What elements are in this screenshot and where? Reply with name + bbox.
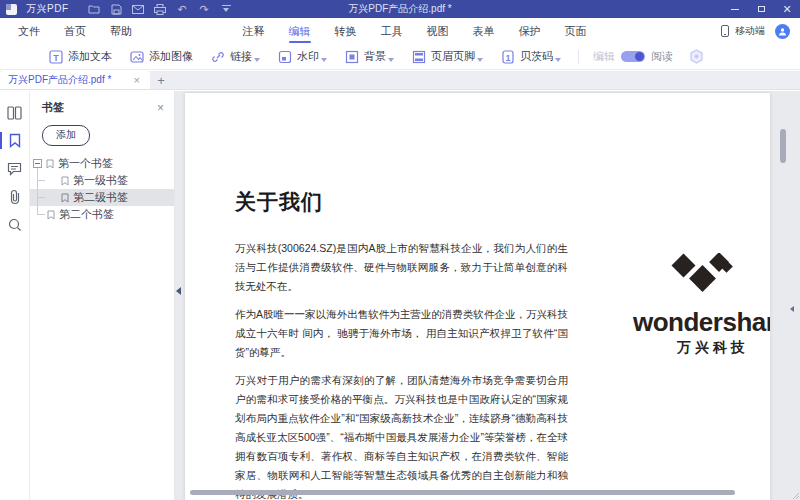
link-button[interactable]: 链接 — [202, 49, 269, 64]
toolbar-separator — [578, 50, 579, 64]
bookmark-item-selected[interactable]: 第二级书签 — [30, 189, 174, 206]
maximize-button[interactable] — [748, 0, 774, 18]
window-resize-grip[interactable] — [792, 492, 799, 499]
close-button[interactable]: ✕ — [774, 0, 800, 18]
search-icon[interactable] — [0, 216, 30, 233]
add-text-button[interactable]: T 添加文本 — [40, 49, 121, 64]
page-thumbnails-icon[interactable] — [0, 104, 30, 121]
document-heading: 关于我们 — [235, 188, 323, 216]
brand-name-cn: 万兴科技 — [677, 339, 770, 357]
menu-file[interactable]: 文件 — [6, 18, 52, 44]
document-tab[interactable]: 万兴PDF产品介绍.pdf * × — [0, 71, 150, 89]
bookmarks-icon[interactable] — [0, 132, 30, 149]
wondershare-w-mark-icon — [671, 253, 770, 305]
bookmark-item[interactable]: 第二个书签 — [30, 206, 174, 223]
expand-right-panel-handle[interactable] — [790, 306, 794, 312]
mobile-label[interactable]: 移动端 — [735, 24, 765, 38]
tab-close-icon[interactable]: × — [132, 74, 142, 86]
bookmark-mini-icon — [46, 159, 54, 169]
header-footer-icon — [412, 50, 426, 64]
document-body: 万兴科技(300624.SZ)是国内A股上市的智慧科技企业，我们为人们的生活与工… — [235, 239, 568, 500]
menu-home[interactable]: 首页 — [52, 18, 98, 44]
bates-number-button[interactable]: 1 贝茨码 — [492, 49, 570, 64]
menu-edit[interactable]: 编辑 — [277, 18, 323, 44]
background-button[interactable]: 背景 — [336, 49, 403, 64]
background-icon — [345, 50, 359, 64]
menu-convert[interactable]: 转换 — [323, 18, 369, 44]
titlebar: 万兴PDF ↶ ↷ 万兴PDF产品介绍.pdf * ✕ — [0, 0, 800, 18]
menu-tools[interactable]: 工具 — [369, 18, 415, 44]
paragraph: 万兴科技(300624.SZ)是国内A股上市的智慧科技企业，我们为人们的生活与工… — [235, 239, 568, 296]
save-icon[interactable] — [110, 3, 123, 16]
add-bookmark-button[interactable]: 添加 — [42, 125, 90, 146]
menubar: 文件 首页 帮助 注释 编辑 转换 工具 视图 表单 保护 页面 移动端 — [0, 18, 800, 44]
link-icon — [211, 50, 225, 64]
undo-icon[interactable]: ↶ — [176, 3, 189, 16]
document-viewport[interactable]: 关于我们 万兴科技(300624.SZ)是国内A股上市的智慧科技企业，我们为人们… — [175, 91, 800, 500]
open-file-icon[interactable] — [88, 3, 101, 16]
mobile-icon — [721, 25, 729, 37]
pdf-page[interactable]: 关于我们 万兴科技(300624.SZ)是国内A股上市的智慧科技企业，我们为人们… — [185, 93, 770, 500]
header-footer-dropdown-icon[interactable] — [477, 58, 483, 62]
bookmark-tree: 第一个书签 第一级书签 第二级书签 — [30, 155, 174, 223]
new-tab-button[interactable]: + — [150, 71, 172, 89]
bookmark-item[interactable]: 第一级书签 — [30, 172, 174, 189]
menu-comment[interactable]: 注释 — [231, 18, 277, 44]
add-text-icon: T — [49, 50, 63, 64]
settings-hexagon-icon[interactable] — [689, 49, 704, 64]
watermark-icon — [278, 50, 292, 64]
vertical-scrollbar[interactable] — [780, 129, 786, 163]
bates-dropdown-icon[interactable] — [555, 58, 561, 62]
add-image-button[interactable]: 添加图像 — [121, 49, 202, 64]
menu-help[interactable]: 帮助 — [98, 18, 144, 44]
watermark-dropdown-icon[interactable] — [321, 58, 327, 62]
wondershare-logo: wondershare 万兴科技 — [633, 253, 770, 357]
brand-name-en: wondershare — [633, 307, 770, 338]
comments-icon[interactable] — [0, 160, 30, 177]
bookmark-item[interactable]: 第一个书签 — [30, 155, 174, 172]
background-dropdown-icon[interactable] — [388, 58, 394, 62]
menu-protect[interactable]: 保护 — [507, 18, 553, 44]
edit-read-toggle[interactable] — [621, 51, 645, 62]
link-dropdown-icon[interactable] — [254, 58, 260, 62]
svg-text:T: T — [53, 52, 59, 62]
tree-guide-line — [37, 168, 38, 215]
bookmarks-panel-close-icon[interactable]: × — [157, 101, 164, 115]
mode-edit-label: 编辑 — [593, 49, 615, 64]
bookmark-mini-icon — [61, 176, 69, 186]
collapse-icon[interactable] — [33, 159, 42, 168]
add-image-icon — [130, 50, 144, 64]
bookmark-mini-icon — [61, 193, 69, 203]
watermark-button[interactable]: 水印 — [269, 49, 336, 64]
app-logo-icon — [6, 4, 17, 15]
collapse-sidebar-handle[interactable] — [176, 287, 181, 295]
bookmark-mini-icon — [47, 210, 55, 220]
paragraph: 万兴对于用户的需求有深刻的了解，团队清楚海外市场竞争需要切合用户的需和求可接受价… — [235, 371, 568, 500]
header-footer-button[interactable]: 页眉页脚 — [403, 49, 492, 64]
paragraph: 作为A股唯一一家以海外出售软件为主营业的消费类软件企业，万兴科技成立十六年时 间… — [235, 305, 568, 362]
mode-read-label: 阅读 — [651, 49, 673, 64]
bookmarks-panel: 书签 × 添加 第一个书签 — [30, 91, 175, 500]
minimize-button[interactable] — [722, 0, 748, 18]
svg-text:1: 1 — [505, 52, 510, 62]
bates-number-icon: 1 — [501, 50, 515, 64]
user-avatar[interactable] — [775, 24, 790, 39]
menu-form[interactable]: 表单 — [461, 18, 507, 44]
edit-toolbar: T 添加文本 添加图像 链接 水印 — [0, 44, 800, 70]
customize-toolbar-icon[interactable] — [220, 3, 233, 16]
pdf-editor-window: 万兴PDF ↶ ↷ 万兴PDF产品介绍.pdf * ✕ 文 — [0, 0, 800, 500]
attachments-icon[interactable] — [0, 188, 30, 205]
menu-view[interactable]: 视图 — [415, 18, 461, 44]
bookmarks-panel-title: 书签 — [42, 100, 157, 115]
menu-page[interactable]: 页面 — [553, 18, 599, 44]
redo-icon[interactable]: ↷ — [198, 3, 211, 16]
print-icon[interactable] — [154, 3, 167, 16]
email-icon[interactable] — [132, 3, 145, 16]
tabbar: 万兴PDF产品介绍.pdf * × + — [0, 71, 800, 90]
tab-title: 万兴PDF产品介绍.pdf * — [8, 73, 132, 87]
horizontal-scrollbar[interactable] — [190, 490, 735, 495]
app-name: 万兴PDF — [26, 2, 69, 16]
sidebar-icon-strip — [0, 91, 30, 500]
